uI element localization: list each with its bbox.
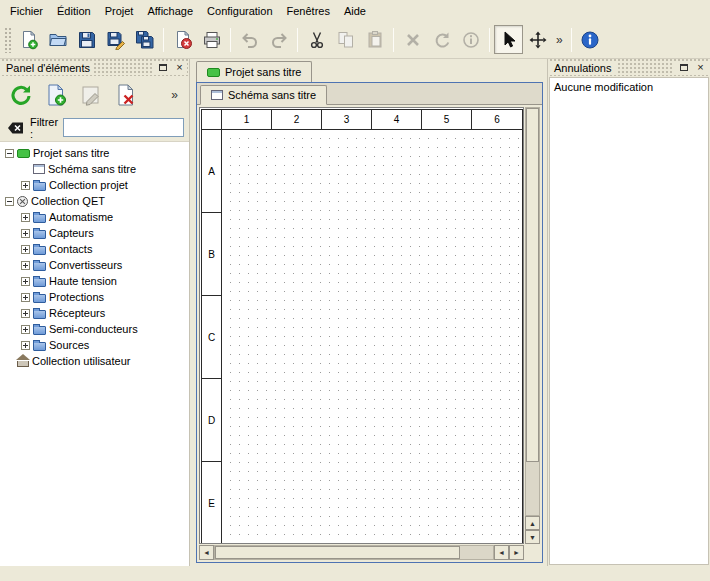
expander-plus-icon[interactable] — [21, 213, 30, 222]
save-all-button[interactable] — [130, 25, 159, 54]
scroll-left-button-2[interactable]: ◄ — [494, 545, 509, 560]
tree-item-label: Récepteurs — [49, 307, 105, 319]
undo-history-list[interactable]: Aucune modification — [549, 77, 709, 565]
new-file-button[interactable] — [14, 25, 43, 54]
tree-item-project[interactable]: Projet sans titre — [0, 145, 189, 161]
menu-fenetres[interactable]: Fenêtres — [280, 2, 337, 20]
menu-projet[interactable]: Projet — [98, 2, 141, 20]
tree-item-haute-tension[interactable]: Haute tension — [0, 273, 189, 289]
close-file-button[interactable] — [168, 25, 197, 54]
horizontal-scroll-track[interactable] — [214, 545, 494, 560]
float-panel-button[interactable] — [155, 61, 170, 75]
paste-icon — [365, 30, 385, 50]
clear-filter-button[interactable] — [5, 120, 25, 136]
diagram-paper[interactable]: 1 2 3 4 5 6 A B C — [201, 109, 523, 544]
select-tool-button[interactable] — [494, 25, 523, 54]
tree-item-collection-utilisateur[interactable]: Collection utilisateur — [0, 353, 189, 369]
undo-panel-dock: Annulations × Aucune modification — [547, 59, 710, 566]
tree-item-recepteurs[interactable]: Récepteurs — [0, 305, 189, 321]
tree-item-capteurs[interactable]: Capteurs — [0, 225, 189, 241]
menu-affichage[interactable]: Affichage — [140, 2, 200, 20]
scroll-right-button[interactable]: ► — [509, 545, 524, 560]
tree-item-semi-conducteurs[interactable]: Semi-conducteurs — [0, 321, 189, 337]
menu-edition[interactable]: Édition — [50, 2, 98, 20]
diagram-canvas[interactable]: 1 2 3 4 5 6 A B C — [199, 107, 524, 544]
scroll-left-button[interactable]: ◄ — [199, 545, 214, 560]
folder-icon — [33, 230, 46, 239]
about-button[interactable] — [576, 25, 605, 54]
expander-plus-icon[interactable] — [21, 325, 30, 334]
row-header: C — [202, 296, 221, 379]
save-button[interactable] — [72, 25, 101, 54]
element-panel-header[interactable]: Panel d'éléments × — [0, 59, 189, 76]
tree-item-label: Haute tension — [49, 275, 117, 287]
expander-plus-icon[interactable] — [21, 309, 30, 318]
tree-item-sources[interactable]: Sources — [0, 337, 189, 353]
expander-plus-icon[interactable] — [21, 277, 30, 286]
toolbar-overflow-button[interactable]: » — [552, 33, 567, 47]
expander-minus-icon[interactable] — [5, 197, 14, 206]
project-tab-icon — [207, 68, 220, 77]
close-panel-button[interactable]: × — [693, 61, 708, 75]
undo-panel-title: Annulations — [550, 62, 616, 74]
expander-plus-icon[interactable] — [21, 181, 30, 190]
pan-tool-button[interactable] — [523, 25, 552, 54]
column-header: 3 — [322, 110, 372, 129]
tree-item-label: Capteurs — [49, 227, 94, 239]
tree-item-contacts[interactable]: Contacts — [0, 241, 189, 257]
filter-input[interactable] — [63, 118, 184, 137]
open-file-button[interactable] — [43, 25, 72, 54]
vertical-scroll-track[interactable] — [525, 107, 540, 516]
delete-button — [398, 25, 427, 54]
menu-fichier[interactable]: Fichier — [3, 2, 50, 20]
save-as-icon — [106, 30, 126, 50]
folder-icon — [33, 326, 46, 335]
expander-plus-icon[interactable] — [21, 341, 30, 350]
qet-collection-icon — [17, 196, 28, 207]
main-toolbar: » — [0, 21, 710, 59]
expander-minus-icon[interactable] — [5, 149, 14, 158]
toolbar-separator — [393, 28, 394, 52]
tree-item-protections[interactable]: Protections — [0, 289, 189, 305]
tree-item-schema[interactable]: Schéma sans titre — [0, 161, 189, 177]
expander-plus-icon[interactable] — [21, 261, 30, 270]
dot-grid[interactable] — [222, 130, 522, 544]
conductor-info-button — [456, 25, 485, 54]
horizontal-scroll-thumb[interactable] — [215, 546, 460, 559]
reload-icon — [9, 83, 33, 107]
scrollbar-corner — [525, 545, 540, 560]
edit-element-button — [77, 81, 105, 109]
project-tab[interactable]: Projet sans titre — [196, 61, 312, 82]
new-element-button[interactable] — [42, 81, 70, 109]
toolbar-grip[interactable] — [4, 27, 11, 53]
cut-button[interactable] — [302, 25, 331, 54]
expander-plus-icon[interactable] — [21, 229, 30, 238]
tree-item-collection-qet[interactable]: Collection QET — [0, 193, 189, 209]
tree-item-collection-projet[interactable]: Collection projet — [0, 177, 189, 193]
tree-item-convertisseurs[interactable]: Convertisseurs — [0, 257, 189, 273]
column-header: 4 — [372, 110, 422, 129]
save-as-button[interactable] — [101, 25, 130, 54]
schema-tab[interactable]: Schéma sans titre — [200, 85, 327, 105]
undo-panel-header[interactable]: Annulations × — [548, 59, 710, 76]
menu-configuration[interactable]: Configuration — [200, 2, 279, 20]
header-corner — [202, 110, 222, 129]
scroll-down-button[interactable]: ▼ — [525, 530, 540, 544]
expander-plus-icon[interactable] — [21, 293, 30, 302]
close-panel-button[interactable]: × — [172, 61, 187, 75]
menu-aide[interactable]: Aide — [337, 2, 373, 20]
float-icon — [680, 64, 688, 71]
reload-collections-button[interactable] — [7, 81, 35, 109]
vertical-scrollbar[interactable]: ▲ ▼ — [525, 107, 540, 544]
element-panel-overflow-button[interactable]: » — [167, 88, 182, 102]
print-button[interactable] — [197, 25, 226, 54]
scroll-up-button[interactable]: ▲ — [525, 516, 540, 530]
vertical-scroll-thumb[interactable] — [526, 108, 539, 462]
delete-element-button[interactable] — [112, 81, 140, 109]
float-panel-button[interactable] — [676, 61, 691, 75]
folder-icon — [33, 214, 46, 223]
tree-item-automatisme[interactable]: Automatisme — [0, 209, 189, 225]
horizontal-scrollbar[interactable]: ◄ ◄ ► — [199, 545, 524, 560]
paste-button — [360, 25, 389, 54]
expander-plus-icon[interactable] — [21, 245, 30, 254]
